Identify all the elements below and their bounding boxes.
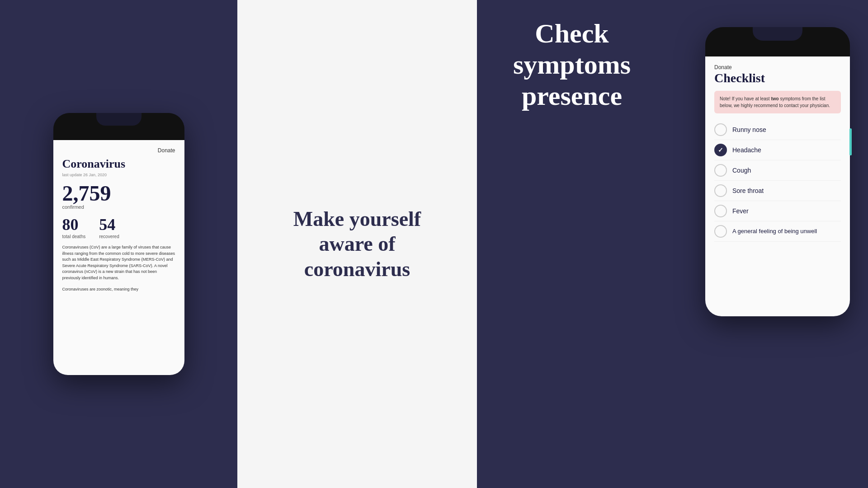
right-headline-line3: presence (522, 81, 622, 111)
headline-line3: coronavirus (304, 258, 410, 281)
item-label-headache: Headache (732, 146, 761, 154)
headline-line1: Make yourself (293, 207, 421, 230)
right-headline-line1: Check (535, 19, 609, 48)
confirmed-label: confirmed (62, 204, 175, 210)
phone-left-screen: Donate Coronavirus last update 26 Jan, 2… (53, 140, 184, 375)
description-text-1: Coronaviruses (CoV) are a large family o… (62, 244, 175, 281)
description-text-2: Coronaviruses are zoonotic, meaning they (62, 286, 175, 293)
last-update: last update 26 Jan, 2020 (62, 173, 175, 177)
donate-label-right[interactable]: Donate (714, 64, 732, 70)
phone-right-notch (753, 27, 802, 41)
donate-row-right: Donate (714, 63, 841, 71)
scroll-indicator (849, 128, 850, 155)
phone-left-notch (96, 113, 142, 126)
checklist-item-runny-nose[interactable]: Runny nose (714, 120, 841, 140)
phone-left-notch-area (53, 113, 184, 140)
checklist-item-fever[interactable]: Fever (714, 201, 841, 221)
note-prefix: Note! If you have at least (720, 96, 771, 101)
phone-left: Donate Coronavirus last update 26 Jan, 2… (53, 113, 184, 375)
stats-row: 80 total deaths 54 recovered (62, 215, 175, 239)
recovered-number: 54 (99, 215, 119, 234)
headline-line2: aware of (319, 232, 395, 255)
checkbox-runny-nose[interactable] (714, 123, 727, 136)
checkbox-sore-throat[interactable] (714, 184, 727, 197)
right-panel: Check symptoms presence Donate Checklist… (477, 0, 868, 488)
checklist-title: Checklist (714, 71, 841, 85)
note-bold: two (771, 96, 778, 101)
item-label-sore-throat: Sore throat (732, 187, 764, 194)
app-title-left: Coronavirus (62, 157, 175, 171)
checklist-item-cough[interactable]: Cough (714, 160, 841, 181)
note-box: Note! If you have at least two symptoms … (714, 91, 841, 113)
phone-right-wrapper: Donate Checklist Note! If you have at le… (705, 27, 850, 316)
checkmark-headache: ✓ (718, 146, 723, 154)
checkbox-general-feeling[interactable] (714, 225, 727, 238)
recovered-label: recovered (99, 234, 119, 239)
item-label-general-feeling: A general feeling of being unwell (732, 228, 817, 235)
item-label-fever: Fever (732, 207, 749, 215)
phone-right: Donate Checklist Note! If you have at le… (705, 27, 850, 316)
donate-row-left: Donate (62, 147, 175, 154)
checklist-item-sore-throat[interactable]: Sore throat (714, 181, 841, 201)
deaths-stat: 80 total deaths (62, 215, 86, 239)
right-headline: Check symptoms presence (504, 18, 631, 112)
checkbox-headache[interactable]: ✓ (714, 144, 727, 156)
left-panel: Donate Coronavirus last update 26 Jan, 2… (0, 0, 237, 488)
middle-panel: Make yourself aware of coronavirus (237, 0, 477, 488)
deaths-number: 80 (62, 215, 86, 234)
item-label-runny-nose: Runny nose (732, 126, 766, 133)
confirmed-number: 2,759 (62, 183, 175, 204)
deaths-label: total deaths (62, 234, 86, 239)
checkbox-cough[interactable] (714, 164, 727, 177)
donate-label-left[interactable]: Donate (158, 147, 175, 154)
phone-right-screen: Donate Checklist Note! If you have at le… (705, 56, 850, 316)
checklist-item-general-feeling[interactable]: A general feeling of being unwell (714, 221, 841, 242)
middle-headline: Make yourself aware of coronavirus (293, 206, 421, 282)
right-headline-line2: symptoms (513, 50, 631, 80)
checklist-item-headache[interactable]: ✓ Headache (714, 140, 841, 160)
item-label-cough: Cough (732, 167, 751, 174)
recovered-stat: 54 recovered (99, 215, 119, 239)
note-text: Note! If you have at least two symptoms … (720, 95, 835, 109)
phone-right-notch-area (705, 27, 850, 56)
checkbox-fever[interactable] (714, 205, 727, 217)
